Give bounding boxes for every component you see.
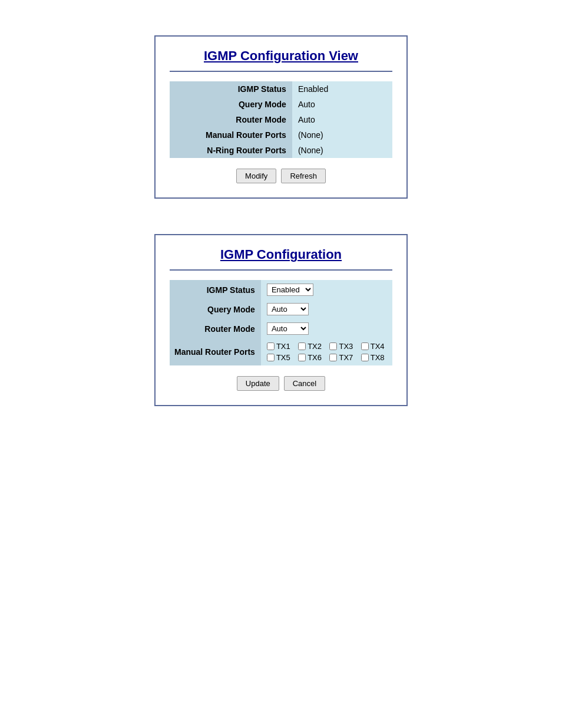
row-value: Enabled: [292, 81, 392, 97]
row-value: Auto: [292, 97, 392, 112]
port-tx4-checkbox[interactable]: [361, 342, 369, 350]
query-mode-cell: AutoManual: [261, 299, 392, 319]
manual-router-ports-row: Manual Router Ports TX1 TX2 TX3 TX4 TX5 …: [170, 338, 392, 365]
view-table: IGMP Status Enabled Query Mode Auto Rout…: [170, 81, 392, 158]
router-mode-label: Router Mode: [170, 319, 261, 338]
port-tx2-label[interactable]: TX2: [298, 342, 325, 351]
port-tx2-checkbox[interactable]: [298, 342, 306, 350]
query-mode-select[interactable]: AutoManual: [267, 303, 309, 315]
query-mode-label: Query Mode: [170, 299, 261, 319]
row-value: (None): [292, 143, 392, 158]
port-tx4-label[interactable]: TX4: [361, 342, 388, 351]
row-label: N-Ring Router Ports: [170, 143, 292, 158]
port-tx1-checkbox[interactable]: [267, 342, 275, 350]
port-tx6-checkbox[interactable]: [298, 354, 306, 361]
row-label: Router Mode: [170, 112, 292, 127]
igmp-status-cell: EnabledDisabled: [261, 280, 392, 299]
row-label: Manual Router Ports: [170, 127, 292, 143]
row-label: IGMP Status: [170, 81, 292, 97]
router-mode-cell: AutoManual: [261, 319, 392, 338]
table-row: Router Mode Auto: [170, 112, 392, 127]
table-row: IGMP Status Enabled: [170, 81, 392, 97]
port-tx8-label[interactable]: TX8: [361, 353, 388, 362]
table-row: Query Mode Auto: [170, 97, 392, 112]
config-button-row: Update Cancel: [170, 376, 392, 391]
row-value: Auto: [292, 112, 392, 127]
ports-grid: TX1 TX2 TX3 TX4 TX5 TX6 TX7 TX8: [267, 342, 388, 362]
manual-router-ports-cell: TX1 TX2 TX3 TX4 TX5 TX6 TX7 TX8: [261, 338, 392, 365]
port-tx7-checkbox[interactable]: [329, 354, 337, 361]
row-label: Query Mode: [170, 97, 292, 112]
table-row: Manual Router Ports (None): [170, 127, 392, 143]
update-button[interactable]: Update: [237, 376, 279, 391]
port-tx6-label[interactable]: TX6: [298, 353, 325, 362]
igmp-config-panel: IGMP Configuration IGMP Status EnabledDi…: [154, 234, 408, 406]
igmp-status-select[interactable]: EnabledDisabled: [267, 284, 313, 296]
config-table: IGMP Status EnabledDisabled Query Mode A…: [170, 280, 392, 365]
view-panel-title: IGMP Configuration View: [170, 48, 392, 72]
row-value: (None): [292, 127, 392, 143]
port-tx1-label[interactable]: TX1: [267, 342, 293, 351]
port-tx5-label[interactable]: TX5: [267, 353, 293, 362]
port-tx3-checkbox[interactable]: [329, 342, 337, 350]
modify-button[interactable]: Modify: [236, 169, 276, 183]
port-tx5-checkbox[interactable]: [267, 354, 275, 361]
port-tx7-label[interactable]: TX7: [329, 353, 356, 362]
igmp-view-panel: IGMP Configuration View IGMP Status Enab…: [154, 35, 408, 199]
view-button-row: Modify Refresh: [170, 169, 392, 183]
query-mode-row: Query Mode AutoManual: [170, 299, 392, 319]
igmp-status-row: IGMP Status EnabledDisabled: [170, 280, 392, 299]
table-row: N-Ring Router Ports (None): [170, 143, 392, 158]
port-tx3-label[interactable]: TX3: [329, 342, 356, 351]
manual-router-ports-label: Manual Router Ports: [170, 338, 261, 365]
config-panel-title: IGMP Configuration: [170, 247, 392, 271]
port-tx8-checkbox[interactable]: [361, 354, 369, 361]
igmp-status-label: IGMP Status: [170, 280, 261, 299]
router-mode-select[interactable]: AutoManual: [267, 322, 309, 335]
refresh-button[interactable]: Refresh: [281, 169, 326, 183]
router-mode-row: Router Mode AutoManual: [170, 319, 392, 338]
cancel-button[interactable]: Cancel: [284, 376, 325, 391]
